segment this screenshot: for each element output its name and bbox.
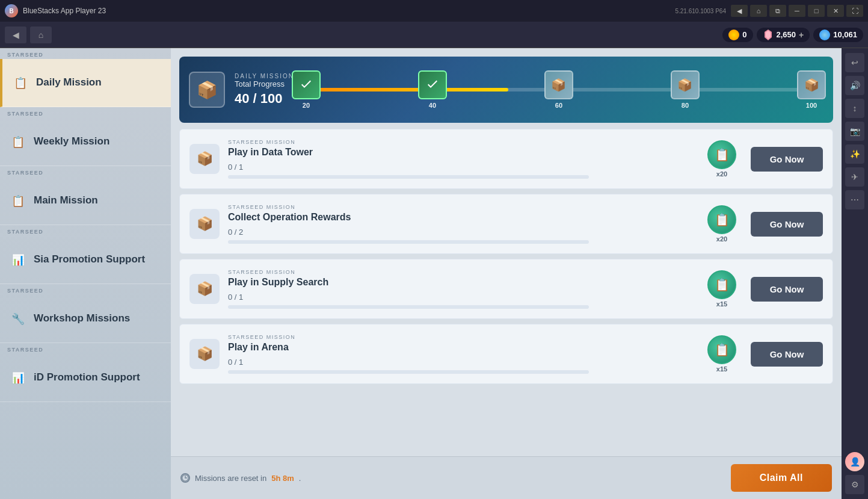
sidebar-item-main-mission[interactable]: 📋 Main Mission xyxy=(0,177,171,225)
mission-3-progress-text: 0 / 1 xyxy=(228,293,699,302)
sidebar-item-label-sia: Sia Promotion Support xyxy=(34,253,145,266)
user-avatar[interactable]: 👤 xyxy=(845,452,864,471)
edge-more-button[interactable]: ⋯ xyxy=(845,190,864,209)
mission-2-progress-bar xyxy=(228,240,589,244)
edge-settings-button[interactable]: ⚙ xyxy=(845,475,864,494)
mission-4-go-now-button[interactable]: Go Now xyxy=(751,342,823,367)
nav-back-button[interactable]: ◀ xyxy=(5,26,26,43)
nav-home-button[interactable]: ⌂ xyxy=(30,26,52,43)
sidebar-item-daily-mission[interactable]: 📋 Daily Mission xyxy=(0,59,171,107)
mission-1-tag: STARSEED MISSION xyxy=(228,139,699,145)
mission-2-progress-text: 0 / 2 xyxy=(228,228,699,237)
edge-flight-button[interactable]: ✈ xyxy=(845,167,864,187)
mission-4-reward-icon: 📋 xyxy=(707,335,736,364)
sidebar-item-label-main: Main Mission xyxy=(34,194,98,207)
milestone-100: 📦 100 xyxy=(797,70,826,109)
mission-3-go-now-button[interactable]: Go Now xyxy=(751,277,823,302)
mission-list: 📦 STARSEED MISSION Play in Data Tower 0 … xyxy=(171,123,842,456)
milestone-track: 20 40 📦 60 xyxy=(306,88,811,91)
mission-2-icon: 📦 xyxy=(189,209,220,239)
claim-all-button[interactable]: Claim All xyxy=(731,464,832,492)
mission-card-2: 📦 STARSEED MISSION Collect Operation Rew… xyxy=(179,194,833,254)
home-button[interactable]: ⌂ xyxy=(750,5,767,17)
add-gems-button[interactable]: + xyxy=(799,30,804,40)
footer: Missions are reset in 5h 8m . Claim All xyxy=(171,456,842,499)
mission-3-progress-bar xyxy=(228,305,589,309)
mission-4-reward: 📋 x15 xyxy=(707,335,736,373)
mission-card-4: 📦 STARSEED MISSION Play in Arena 0 / 1 📋… xyxy=(179,324,833,384)
restore-button[interactable]: □ xyxy=(808,5,825,17)
mission-1-progress-bar xyxy=(228,175,589,179)
navbar: ◀ ⌂ 0 2,650 + 10,061 xyxy=(0,22,868,48)
mission-1-icon: 📦 xyxy=(189,144,220,174)
milestone-fill xyxy=(306,88,508,91)
right-panel: 📦 DAILY MISSION Total Progress 40 / 100 … xyxy=(171,48,842,499)
mission-1-reward-icon: 📋 xyxy=(707,140,736,169)
main-content: STARSEED 📋 Daily Mission STARSEED 📋 Week… xyxy=(0,48,868,499)
reset-info: Missions are reset in 5h 8m . xyxy=(180,473,301,483)
sidebar-item-weekly-mission[interactable]: 📋 Weekly Mission xyxy=(0,118,171,166)
milestone-40-label: 40 xyxy=(429,102,436,109)
milestone-80-icon[interactable]: 📦 xyxy=(671,70,700,99)
workshop-icon: 🔧 xyxy=(10,311,26,327)
gem-amount: 2,650 xyxy=(777,30,796,39)
banner-cube-icon: 📦 xyxy=(189,72,225,108)
sidebar-item-label-id: iD Promotion Support xyxy=(34,371,140,384)
milestone-60: 📦 60 xyxy=(544,70,573,109)
sidebar-item-workshop[interactable]: 🔧 Workshop Missions xyxy=(0,295,171,343)
section-label-2: STARSEED xyxy=(0,107,171,118)
mission-2-reward-count: x20 xyxy=(716,235,727,243)
mission-3-reward-count: x15 xyxy=(716,300,727,308)
milestone-100-label: 100 xyxy=(806,102,817,109)
reset-suffix: . xyxy=(299,474,301,483)
milestone-20-label: 20 xyxy=(303,102,310,109)
edge-volume-button[interactable]: 🔊 xyxy=(845,76,864,95)
mission-2-tag: STARSEED MISSION xyxy=(228,204,699,210)
milestone-20-icon[interactable] xyxy=(292,70,321,99)
milestone-80: 📦 80 xyxy=(671,70,700,109)
mission-4-info: STARSEED MISSION Play in Arena 0 / 1 xyxy=(228,334,699,374)
section-label-5: STARSEED xyxy=(0,284,171,295)
mission-2-go-now-button[interactable]: Go Now xyxy=(751,212,823,237)
reset-prefix: Missions are reset in xyxy=(195,474,266,483)
expand-button[interactable]: ⛶ xyxy=(846,5,863,17)
app-version: 5.21.610.1003 P64 xyxy=(675,8,726,14)
mission-1-progress-text: 0 / 1 xyxy=(228,163,699,172)
app-logo: B xyxy=(5,4,18,17)
edge-rotate-button[interactable]: ↕ xyxy=(845,99,864,118)
coin-icon xyxy=(728,29,739,40)
mission-2-name: Collect Operation Rewards xyxy=(228,212,699,223)
mission-1-go-now-button[interactable]: Go Now xyxy=(751,147,823,172)
daily-mission-icon: 📋 xyxy=(12,75,29,91)
window-button[interactable]: ⧉ xyxy=(769,5,786,17)
sidebar-item-sia-promo[interactable]: 📊 Sia Promotion Support xyxy=(0,236,171,284)
minimize-button[interactable]: ─ xyxy=(789,5,805,17)
milestone-40-icon[interactable] xyxy=(418,70,447,99)
milestone-20: 20 xyxy=(292,70,321,109)
blue-coin-icon xyxy=(819,29,830,40)
blue-coin-amount: 10,061 xyxy=(833,30,857,39)
reset-time: 5h 8m xyxy=(271,474,294,483)
mission-1-info: STARSEED MISSION Play in Data Tower 0 / … xyxy=(228,139,699,179)
back-button[interactable]: ◀ xyxy=(731,5,748,17)
banner-progress: 40 / 100 xyxy=(235,91,294,107)
section-label-3: STARSEED xyxy=(0,166,171,177)
sidebar-item-label-daily: Daily Mission xyxy=(36,76,102,89)
close-button[interactable]: ✕ xyxy=(827,5,844,17)
mission-1-reward-count: x20 xyxy=(716,170,727,178)
milestone-60-label: 60 xyxy=(555,102,562,109)
edge-back-button[interactable]: ↩ xyxy=(845,53,864,72)
banner-left: 📦 DAILY MISSION Total Progress 40 / 100 xyxy=(189,72,294,108)
sidebar-item-id-promo[interactable]: 📊 iD Promotion Support xyxy=(0,354,171,402)
edge-effects-button[interactable]: ✨ xyxy=(845,144,864,164)
milestone-100-icon[interactable]: 📦 xyxy=(797,70,826,99)
mission-1-name: Play in Data Tower xyxy=(228,147,699,158)
edge-screenshot-button[interactable]: 📷 xyxy=(845,122,864,141)
milestone-60-icon[interactable]: 📦 xyxy=(544,70,573,99)
banner-info: DAILY MISSION Total Progress 40 / 100 xyxy=(235,73,294,107)
blue-currency: 10,061 xyxy=(813,28,863,42)
progress-banner: 📦 DAILY MISSION Total Progress 40 / 100 … xyxy=(179,57,833,123)
mission-card-1: 📦 STARSEED MISSION Play in Data Tower 0 … xyxy=(179,129,833,189)
mission-3-tag: STARSEED MISSION xyxy=(228,269,699,275)
clock-icon xyxy=(180,473,190,483)
